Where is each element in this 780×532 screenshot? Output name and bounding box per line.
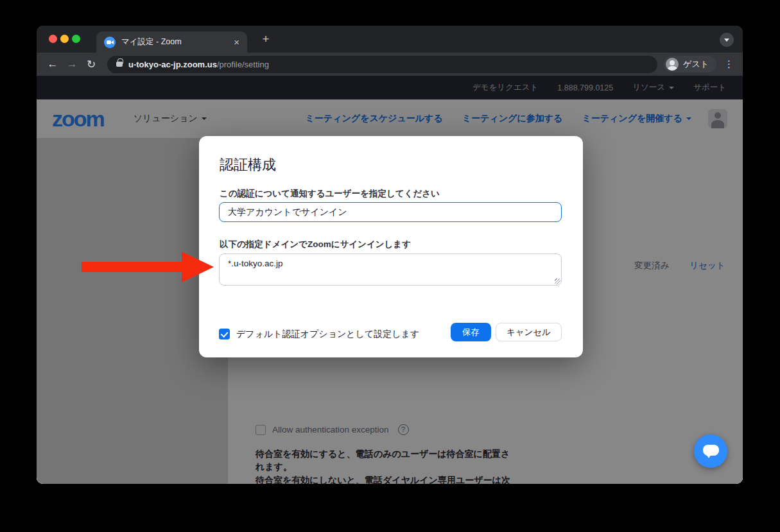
- browser-menu-button[interactable]: ⋮: [724, 58, 734, 70]
- maximize-window-button[interactable]: [72, 35, 80, 43]
- web-page: デモをリクエスト 1.888.799.0125 リソース サポート zoom ソ…: [37, 76, 743, 484]
- browser-toolbar: ← → ↻ u-tokyo-ac-jp.zoom.us/profile/sett…: [37, 53, 743, 76]
- tab-close-icon[interactable]: ×: [234, 37, 239, 47]
- forward-button[interactable]: →: [62, 58, 82, 71]
- default-auth-checkbox[interactable]: [219, 329, 230, 339]
- auth-domain-textarea[interactable]: *.u-tokyo.ac.jp: [219, 253, 562, 286]
- zoom-favicon-icon: [104, 37, 116, 48]
- close-window-button[interactable]: [49, 35, 57, 43]
- new-tab-button[interactable]: +: [259, 32, 273, 46]
- annotation-arrow-head: [182, 252, 214, 282]
- auth-config-dialog: 認証構成 この認証について通知するユーザーを指定してください 以下の指定ドメイン…: [199, 136, 583, 357]
- back-button[interactable]: ←: [43, 58, 62, 71]
- cancel-button[interactable]: キャンセル: [496, 323, 562, 341]
- browser-window: マイ設定 - Zoom × + ← → ↻ u-tokyo-ac-jp.zoom…: [37, 26, 743, 484]
- lock-icon: [116, 62, 123, 67]
- guest-label: ゲスト: [683, 58, 709, 70]
- minimize-window-button[interactable]: [60, 35, 69, 43]
- reload-button[interactable]: ↻: [82, 58, 101, 71]
- url-domain: u-tokyo-ac-jp.zoom.us: [128, 60, 217, 69]
- chat-widget-button[interactable]: [694, 434, 727, 468]
- chat-bubble-icon: [703, 445, 719, 456]
- auth-domain-label: 以下の指定ドメインでZoomにサインインします: [220, 239, 411, 250]
- person-icon: [666, 58, 679, 71]
- annotation-arrow: [82, 262, 183, 272]
- tab-strip: マイ設定 - Zoom × +: [37, 26, 743, 53]
- dialog-title: 認証構成: [220, 155, 276, 175]
- tab-title: マイ設定 - Zoom: [121, 37, 229, 47]
- profile-button[interactable]: ゲスト: [664, 56, 716, 73]
- save-button[interactable]: 保存: [451, 323, 491, 341]
- url-path: /profile/setting: [217, 60, 269, 69]
- default-auth-label: デフォルト認証オプションとして設定します: [236, 329, 419, 340]
- browser-tab[interactable]: マイ設定 - Zoom ×: [96, 31, 247, 53]
- tab-search-button[interactable]: [720, 33, 734, 47]
- auth-name-input[interactable]: [219, 202, 562, 222]
- address-bar[interactable]: u-tokyo-ac-jp.zoom.us/profile/setting: [107, 56, 657, 73]
- chevron-down-icon: [724, 39, 729, 42]
- auth-name-label: この認証について通知するユーザーを指定してください: [220, 188, 440, 200]
